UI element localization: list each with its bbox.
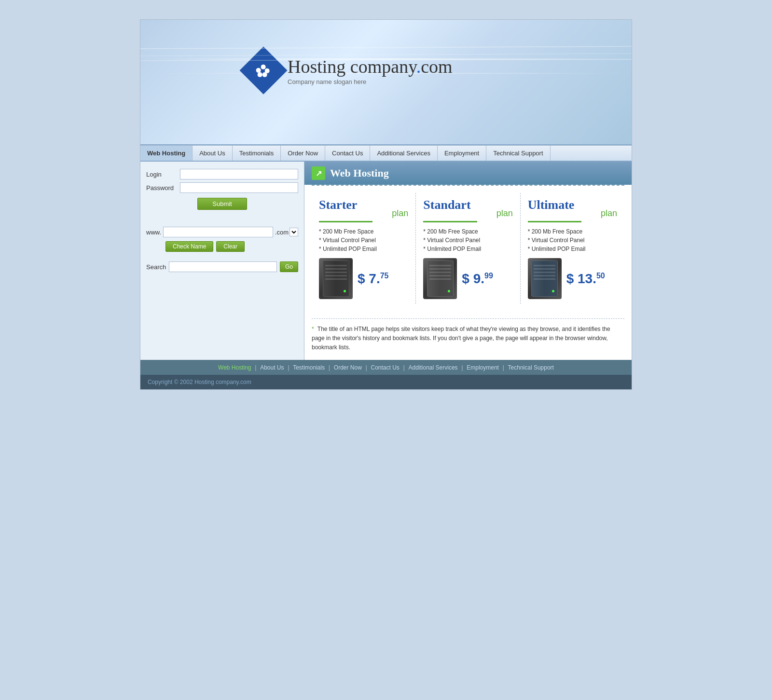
plan-ultimate: Ultimate plan 200 Mb Free Space Virtual … [521, 193, 624, 304]
footer-nav: Web Hosting | About Us | Testimonials | … [140, 360, 632, 375]
header: Hosting company.com Company name slogan … [140, 20, 632, 145]
submit-button[interactable]: Submit [197, 198, 247, 210]
plan-ultimate-price: $ 13.50 [566, 271, 605, 287]
login-row: Login [146, 169, 298, 179]
www-label: www. [146, 229, 161, 236]
domain-row: www. .com .com .net .org [146, 227, 298, 237]
feature-item: Unlimited POP Email [319, 246, 408, 252]
nav-item-additional-services[interactable]: Additional Services [370, 146, 438, 161]
svg-line-7 [140, 54, 632, 56]
domain-buttons: Check Name Clear [165, 241, 298, 252]
nav-item-order-now[interactable]: Order Now [281, 146, 325, 161]
content-header-icon: ↗ [312, 166, 325, 180]
check-name-button[interactable]: Check Name [165, 241, 213, 252]
sidebar: Login Password Submit www. .com [140, 162, 304, 360]
server-lines [325, 265, 347, 282]
svg-line-8 [140, 59, 632, 61]
main-layout: Login Password Submit www. .com [140, 162, 632, 360]
plan-ultimate-features: 200 Mb Free Space Virtual Control Panel … [528, 228, 617, 252]
server-led [344, 290, 346, 292]
login-label: Login [146, 171, 180, 178]
footer-nav-web-hosting[interactable]: Web Hosting [218, 364, 251, 371]
content: ↗ Web Hosting Starter plan 200 Mb Free S… [304, 162, 632, 360]
footer-copyright: Copyright © 2002 Hosting company.com [140, 375, 632, 389]
plan-standart-name: Standart plan [423, 198, 512, 219]
plan-standart-features: 200 Mb Free Space Virtual Control Panel … [423, 228, 512, 252]
nav-item-employment[interactable]: Employment [438, 146, 486, 161]
domain-section: www. .com .com .net .org Check Name Clea… [146, 220, 298, 252]
plan-ultimate-divider [528, 221, 581, 222]
plan-standart-price: $ 9.99 [462, 271, 493, 287]
footer-nav-employment[interactable]: Employment [467, 364, 499, 371]
feature-item: 200 Mb Free Space [319, 228, 408, 235]
feature-item: Virtual Control Panel [319, 237, 408, 244]
content-header: ↗ Web Hosting [304, 162, 632, 185]
feature-item: 200 Mb Free Space [423, 228, 512, 235]
green-star: * [312, 326, 314, 332]
logo-subtitle: Company name slogan here [288, 78, 453, 85]
content-description: * The title of an HTML page helps site v… [312, 318, 624, 353]
server-image-standart [423, 258, 457, 299]
server-image-ultimate [528, 258, 562, 299]
nav-item-web-hosting[interactable]: Web Hosting [140, 146, 193, 161]
footer-nav-about-us[interactable]: About Us [260, 364, 284, 371]
plan-starter-price-row: $ 7.75 [319, 258, 408, 299]
server-lines [534, 265, 555, 282]
clear-button[interactable]: Clear [216, 241, 245, 252]
plan-starter: Starter plan 200 Mb Free Space Virtual C… [312, 193, 416, 304]
domain-ext-select[interactable]: .com .net .org [290, 228, 298, 236]
go-button[interactable]: Go [280, 261, 298, 272]
plan-starter-features: 200 Mb Free Space Virtual Control Panel … [319, 228, 408, 252]
plan-standart-price-row: $ 9.99 [423, 258, 512, 299]
copyright-text: Copyright © 2002 Hosting company.com [148, 379, 251, 385]
domain-input[interactable] [163, 227, 273, 237]
domain-ext: .com .com .net .org [275, 228, 298, 236]
svg-point-3 [258, 72, 262, 77]
feature-item: Unlimited POP Email [528, 246, 617, 252]
footer-nav-technical-support[interactable]: Technical Support [508, 364, 554, 371]
plan-standart-divider [423, 221, 477, 222]
server-tower-starter [323, 261, 349, 297]
nav-bar: Web Hosting About Us Testimonials Order … [140, 145, 632, 162]
password-input[interactable] [180, 182, 298, 193]
password-label: Password [146, 184, 180, 192]
search-label: Search [146, 263, 166, 271]
nav-item-testimonials[interactable]: Testimonials [233, 146, 281, 161]
feature-item: Unlimited POP Email [423, 246, 512, 252]
page-wrapper: Hosting company.com Company name slogan … [140, 19, 632, 390]
server-led [552, 290, 554, 292]
footer-nav-additional-services[interactable]: Additional Services [409, 364, 458, 371]
svg-point-4 [256, 68, 261, 73]
plans-container: Starter plan 200 Mb Free Space Virtual C… [304, 186, 632, 311]
plan-starter-name: Starter plan [319, 198, 408, 219]
search-section: Search Go [146, 261, 298, 272]
feature-item: Virtual Control Panel [528, 237, 617, 244]
footer-nav-order-now[interactable]: Order Now [334, 364, 362, 371]
login-input[interactable] [180, 169, 298, 179]
description-text: * The title of an HTML page helps site v… [312, 325, 624, 353]
content-header-title: Web Hosting [330, 167, 389, 179]
footer-nav-contact-us[interactable]: Contact Us [371, 364, 400, 371]
feature-item: Virtual Control Panel [423, 237, 512, 244]
plan-standart: Standart plan 200 Mb Free Space Virtual … [416, 193, 520, 304]
server-lines [429, 265, 451, 282]
password-row: Password [146, 182, 298, 193]
domain-ext-text: .com [275, 229, 289, 236]
svg-point-1 [265, 69, 270, 73]
nav-item-about-us[interactable]: About Us [193, 146, 232, 161]
plan-starter-price: $ 7.75 [358, 271, 389, 287]
nav-item-contact-us[interactable]: Contact Us [325, 146, 370, 161]
svg-point-5 [262, 69, 265, 72]
server-led [448, 290, 450, 292]
login-section: Login Password Submit [146, 169, 298, 210]
footer-nav-testimonials[interactable]: Testimonials [293, 364, 325, 371]
feature-item: 200 Mb Free Space [528, 228, 617, 235]
plan-ultimate-name: Ultimate plan [528, 198, 617, 219]
nav-item-technical-support[interactable]: Technical Support [486, 146, 550, 161]
server-image-starter [319, 258, 353, 299]
search-input[interactable] [169, 261, 277, 272]
plan-ultimate-price-row: $ 13.50 [528, 258, 617, 299]
server-tower-standart [427, 261, 454, 297]
plan-starter-divider [319, 221, 372, 222]
svg-line-6 [140, 46, 632, 49]
